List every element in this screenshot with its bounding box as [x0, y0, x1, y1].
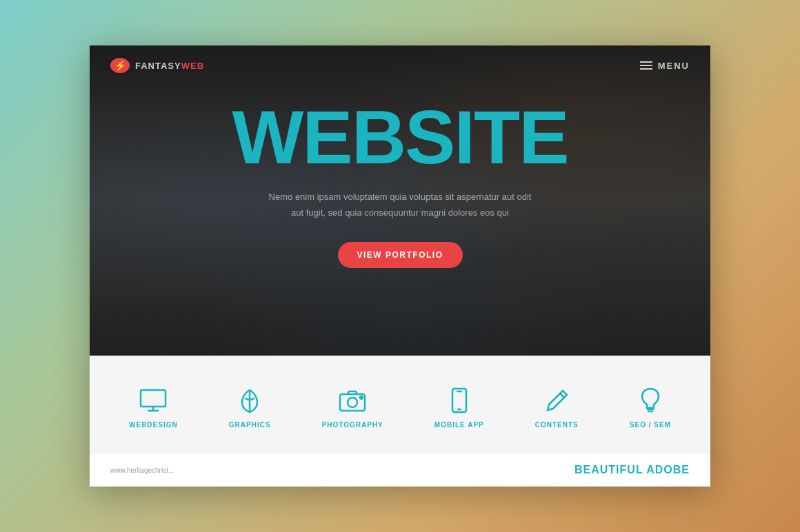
hero-subtitle-line1: Nemo enim ipsam voluptatem quia voluptas… [269, 192, 532, 202]
service-contents-label: CONTENTS [535, 421, 579, 429]
cta-button[interactable]: VIEW PORTFOLIO [338, 242, 463, 268]
service-mobile-label: MOBILE APP [434, 421, 484, 429]
hero-subtitle-line2: aut fugit, sed quia consequuntur magni d… [291, 207, 509, 218]
menu-label: MENU [658, 61, 690, 71]
edit-icon [541, 387, 572, 414]
service-webdesign-label: WEBDESIGN [129, 421, 178, 429]
hero-content: WEBSITE Nemo enim ipsam voluptatem quia … [90, 85, 710, 268]
hero-section: FANTASYWEB MENU WEBSITE Nemo enim ipsam … [90, 45, 710, 356]
mobile-icon [443, 387, 474, 414]
lightbulb-icon [634, 387, 666, 414]
logo-text: FANTASYWEB [135, 61, 204, 71]
service-seo-label: SEO / SEM [630, 421, 671, 429]
hero-title: WEBSITE [117, 99, 683, 175]
services-section: WEBDESIGN GRAPHICS PHOTOG [90, 356, 710, 453]
logo-web: WEB [181, 61, 204, 71]
service-graphics-label: GRAPHICS [229, 421, 271, 429]
menu-button[interactable]: MENU [640, 61, 690, 71]
logo-icon [110, 58, 130, 73]
service-photography: PHOTOGRAPHY [322, 387, 383, 429]
bottom-strip: www.heritagechrist... BEAUTIFUL ADOBE [90, 453, 710, 487]
pen-icon [234, 387, 266, 414]
svg-line-10 [560, 393, 564, 398]
svg-rect-0 [141, 390, 166, 407]
navigation: FANTASYWEB MENU [90, 45, 710, 85]
url-label: www.heritagechrist... [110, 467, 174, 474]
service-webdesign: WEBDESIGN [129, 387, 178, 429]
service-photography-label: PHOTOGRAPHY [322, 421, 383, 429]
hamburger-icon [640, 61, 652, 70]
browser-window: FANTASYWEB MENU WEBSITE Nemo enim ipsam … [90, 45, 710, 487]
service-seo: SEO / SEM [630, 387, 671, 429]
logo-fantasy: FANTASY [135, 61, 181, 71]
svg-point-6 [360, 396, 363, 399]
service-contents: CONTENTS [535, 387, 579, 429]
logo: FANTASYWEB [110, 58, 204, 73]
camera-icon [337, 387, 368, 414]
hero-subtitle: Nemo enim ipsam voluptatem quia voluptas… [117, 189, 683, 221]
bottom-heading: BEAUTIFUL ADOBE [574, 464, 690, 476]
monitor-icon [138, 387, 169, 414]
service-graphics: GRAPHICS [229, 387, 271, 429]
svg-point-5 [348, 398, 357, 407]
service-mobile: MOBILE APP [434, 387, 484, 429]
